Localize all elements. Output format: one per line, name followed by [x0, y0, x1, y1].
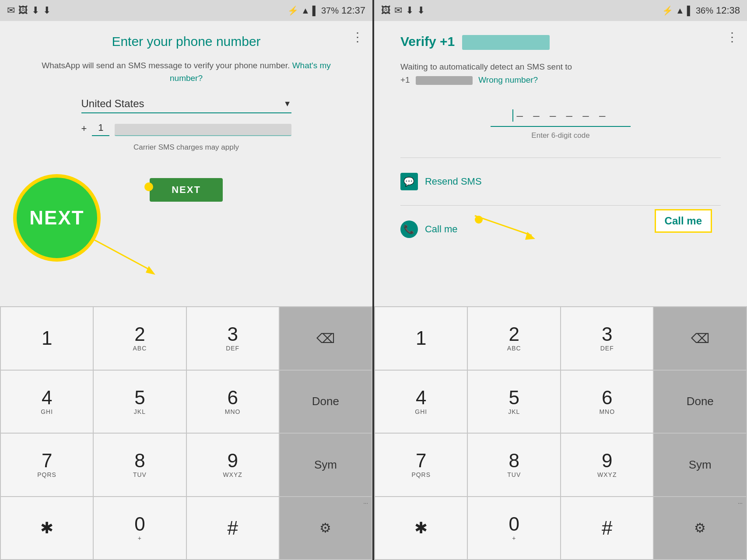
right-phone-panel: 🖼 ✉ ⬇ ⬇ ⚡ ▲ ▌ 36% 12:38 ⋮ Verify +1 Wait…: [374, 0, 747, 560]
code-label: Enter 6-digit code: [531, 131, 589, 140]
right-download-icon: ⬇: [406, 5, 414, 16]
r-key-1[interactable]: 1: [375, 307, 467, 370]
plus-sign: +: [81, 123, 87, 136]
right-signal-icon: ▌: [687, 6, 693, 16]
divider-1: [400, 158, 721, 158]
next-arrow: [94, 240, 155, 275]
r-settings-icon: ⚙: [694, 520, 706, 536]
verify-subtitle: Waiting to automatically detect an SMS s…: [400, 60, 721, 87]
verify-number-blurred: [462, 35, 550, 50]
key-3[interactable]: 3 DEF: [187, 307, 279, 370]
left-status-icons: ✉ 🖼 ⬇ ⬇: [7, 5, 51, 16]
r-key-backspace[interactable]: ⌫: [654, 307, 746, 370]
call-me-icon: 📞: [400, 220, 418, 238]
key-star[interactable]: ✱: [1, 497, 93, 560]
right-download2-icon: ⬇: [417, 5, 425, 16]
key-sym[interactable]: Sym: [280, 434, 372, 496]
left-app-title: Enter your phone number: [112, 34, 260, 49]
image-icon: 🖼: [18, 5, 28, 16]
r-key-hash[interactable]: #: [561, 497, 653, 560]
key-hash[interactable]: #: [187, 497, 279, 560]
key-backspace[interactable]: ⌫: [280, 307, 372, 370]
key-7[interactable]: 7 PQRS: [1, 434, 93, 496]
r-key-7[interactable]: 7 PQRS: [375, 434, 467, 496]
r-key-settings[interactable]: ··· ⚙: [654, 497, 746, 560]
key-done[interactable]: Done: [280, 371, 372, 433]
right-image-icon: 🖼: [381, 5, 391, 16]
settings-icon: ⚙: [319, 520, 331, 536]
left-status-bar: ✉ 🖼 ⬇ ⬇ ⚡ ▲ ▌ 37% 12:37: [0, 0, 372, 21]
right-wifi-icon: ▲: [676, 6, 684, 16]
r-key-3[interactable]: 3 DEF: [561, 307, 653, 370]
country-selector[interactable]: United States ▼: [81, 98, 291, 113]
key-2[interactable]: 2 ABC: [94, 307, 186, 370]
right-status-icons: 🖼 ✉ ⬇ ⬇: [381, 5, 425, 16]
left-menu-dots[interactable]: ⋮: [351, 30, 364, 44]
resend-sms-icon: 💬: [400, 173, 418, 190]
svg-line-2: [475, 216, 532, 235]
key-1[interactable]: 1: [1, 307, 93, 370]
r-key-done[interactable]: Done: [654, 371, 746, 433]
left-status-right: ⚡ ▲ ▌ 37% 12:37: [288, 5, 365, 16]
left-time: 12:37: [341, 5, 365, 16]
right-status-bar: 🖼 ✉ ⬇ ⬇ ⚡ ▲ ▌ 36% 12:38: [374, 0, 747, 21]
wifi-icon: ▲: [301, 6, 310, 16]
call-me-annotation-box: Call me: [655, 209, 712, 233]
right-time: 12:38: [716, 5, 740, 16]
key-8[interactable]: 8 TUV: [94, 434, 186, 496]
carrier-note: Carrier SMS charges may apply: [133, 143, 239, 152]
key-0[interactable]: 0 +: [94, 497, 186, 560]
download2-icon: ⬇: [43, 5, 51, 16]
svg-marker-1: [146, 266, 155, 275]
r-key-star[interactable]: ✱: [375, 497, 467, 560]
wrong-number-link[interactable]: Wrong number?: [478, 75, 538, 84]
country-code: 1: [92, 122, 109, 136]
key-settings[interactable]: ··· ⚙: [280, 497, 372, 560]
key-9[interactable]: 9 WXYZ: [187, 434, 279, 496]
next-magnified-text: NEXT: [29, 207, 84, 229]
next-button-yellow-dot: [144, 182, 153, 191]
phone-input-row: + 1: [81, 122, 291, 136]
download-icon: ⬇: [32, 5, 39, 16]
left-phone-panel: ✉ 🖼 ⬇ ⬇ ⚡ ▲ ▌ 37% 12:37 ⋮ Enter your pho…: [0, 0, 372, 560]
r-key-2[interactable]: 2 ABC: [468, 307, 560, 370]
left-keyboard: 1 2 ABC 3 DEF ⌫ 4 GHI 5 JKL 6 MNO Done 7: [0, 306, 372, 560]
r-key-6[interactable]: 6 MNO: [561, 371, 653, 433]
code-dashes: – – – – – –: [517, 109, 609, 122]
code-input[interactable]: – – – – – –: [491, 109, 631, 127]
r-key-sym[interactable]: Sym: [654, 434, 746, 496]
right-status-right: ⚡ ▲ ▌ 36% 12:38: [662, 5, 740, 16]
svg-line-0: [94, 240, 151, 270]
r-key-5[interactable]: 5 JKL: [468, 371, 560, 433]
phone-blurred: [416, 76, 473, 85]
dropdown-arrow-icon: ▼: [284, 99, 291, 108]
subtitle-text: WhatsApp will send an SMS message to ver…: [42, 61, 290, 70]
right-bluetooth-icon: ⚡: [662, 5, 673, 16]
left-app-content: ⋮ Enter your phone number WhatsApp will …: [0, 21, 372, 306]
right-menu-dots[interactable]: ⋮: [726, 30, 738, 44]
phone-number-field[interactable]: [115, 124, 291, 136]
code-input-area: – – – – – – Enter 6-digit code: [400, 109, 721, 140]
next-button[interactable]: NEXT: [150, 178, 223, 202]
next-magnified-circle: NEXT: [13, 174, 101, 262]
right-app-content: ⋮ Verify +1 Waiting to automatically det…: [374, 21, 747, 306]
verify-prefix: Verify +1: [400, 34, 455, 49]
r-key-0[interactable]: 0 +: [468, 497, 560, 560]
r-key-9[interactable]: 9 WXYZ: [561, 434, 653, 496]
resend-sms-row[interactable]: 💬 Resend SMS: [400, 167, 721, 196]
right-battery-text: 36%: [696, 6, 713, 16]
key-5[interactable]: 5 JKL: [94, 371, 186, 433]
right-gmail-icon: ✉: [394, 5, 402, 16]
key-6[interactable]: 6 MNO: [187, 371, 279, 433]
left-app-subtitle: WhatsApp will send an SMS message to ver…: [26, 60, 346, 84]
signal-icon: ▌: [312, 6, 319, 16]
r-key-4[interactable]: 4 GHI: [375, 371, 467, 433]
bluetooth-icon: ⚡: [288, 5, 298, 16]
verify-title: Verify +1: [400, 34, 721, 50]
key-4[interactable]: 4 GHI: [1, 371, 93, 433]
call-me-label: Call me: [425, 224, 458, 235]
country-name: United States: [81, 98, 144, 110]
code-cursor: [512, 109, 513, 122]
r-key-8[interactable]: 8 TUV: [468, 434, 560, 496]
call-me-annotation-text: Call me: [665, 215, 702, 227]
